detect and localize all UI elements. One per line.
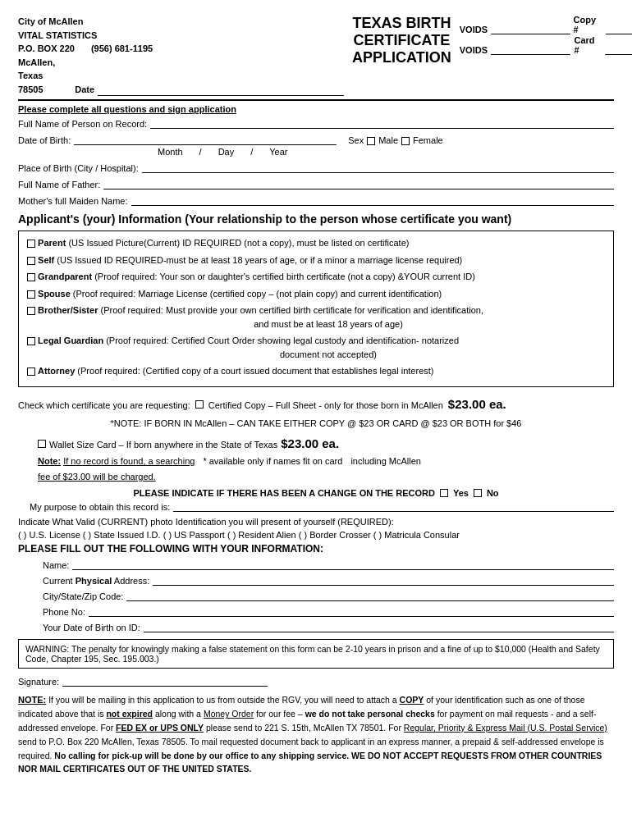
dob-sub-labels: Month / Day / Year <box>158 147 614 157</box>
purpose-field[interactable] <box>173 500 614 512</box>
attorney-checkbox[interactable] <box>27 368 35 376</box>
id-dob-fill-field[interactable] <box>144 621 614 632</box>
change-text: PLEASE INDICATE IF THERE HAS BEEN A CHAN… <box>133 488 435 498</box>
dept-name: VITAL STATISTICS <box>18 29 344 43</box>
month-label: Month <box>158 147 183 157</box>
yes-label: Yes <box>453 488 469 498</box>
org-info: City of McAllen VITAL STATISTICS P.O. BO… <box>18 15 344 96</box>
warning-text: WARNING: The penalty for knowingly makin… <box>25 644 600 664</box>
attorney-detail: (Proof required: (Certified copy of a co… <box>77 366 433 376</box>
sex-label: Sex <box>348 135 364 145</box>
signature-row: Signature: <box>18 675 614 687</box>
copy-field[interactable] <box>606 23 632 34</box>
city-fill-label: City/State/Zip Code: <box>43 591 123 601</box>
city-fill-field[interactable] <box>126 590 614 601</box>
spouse-checkbox[interactable] <box>27 290 35 299</box>
footer-note: NOTE: If you will be mailing in this app… <box>18 693 614 777</box>
mother-row: Mother's full Maiden Name: <box>18 194 614 206</box>
female-checkbox[interactable] <box>401 137 410 145</box>
place-field[interactable] <box>142 162 614 173</box>
full-name-field[interactable] <box>150 117 614 129</box>
cert-row1: Check which certificate you are requesti… <box>18 394 614 415</box>
spouse-label: Spouse <box>38 289 71 299</box>
parent-label: Parent <box>38 238 66 248</box>
footer-text4: for our fee – <box>256 709 305 719</box>
father-label: Full Name of Father: <box>18 180 100 189</box>
warning-box: WARNING: The penalty for knowingly makin… <box>18 639 614 669</box>
grandparent-detail: (Proof required: Your son or daughter's … <box>94 272 475 281</box>
sibling-detail: (Proof required: Must provide your own c… <box>100 305 483 315</box>
grandparent-label: Grandparent <box>38 272 92 281</box>
available-note: * available only if names fit on card <box>203 454 342 469</box>
self-label: Self <box>38 255 54 265</box>
card-field[interactable] <box>605 43 632 55</box>
date-field[interactable] <box>98 84 344 96</box>
wallet-checkbox[interactable] <box>38 440 46 448</box>
applicant-option-self: Self (US Issued ID REQUIRED-must be at l… <box>27 253 605 267</box>
guardian-detail: (Proof required: Certified Court Order s… <box>106 336 459 345</box>
address-fill-field[interactable] <box>153 574 614 586</box>
price1: $23.00 ea. <box>448 394 506 415</box>
no-checkbox[interactable] <box>474 489 482 497</box>
not-expired: not expired <box>106 709 153 719</box>
note-label: Note: <box>38 456 61 466</box>
phone-fill-field[interactable] <box>89 605 614 617</box>
address-fill-row: Current Physical Address: <box>43 574 614 586</box>
father-row: Full Name of Father: <box>18 178 614 189</box>
applicant-option-parent: Parent (US Issued Picture(Current) ID RE… <box>27 236 605 250</box>
signature-field[interactable] <box>62 675 268 687</box>
dob-label: Date of Birth: <box>18 135 71 145</box>
card-label: Card # <box>574 35 601 55</box>
org-name: City of McAllen <box>18 15 344 29</box>
id-dob-fill-label: Your Date of Birth on ID: <box>43 623 140 632</box>
note-available-row: Note: If no record is found, a searching… <box>38 454 614 469</box>
fed-ex: FED EX or UPS ONLY <box>116 723 204 733</box>
purpose-row: My purpose to obtain this record is: <box>30 500 614 512</box>
fee-text: fee of $23.00 will be charged. <box>38 469 614 485</box>
city-state: McAllen, Texas 78505 <box>18 56 55 97</box>
po-box: P.O. BOX 220 <box>18 42 75 56</box>
slash1: / <box>199 147 202 157</box>
grandparent-checkbox[interactable] <box>27 273 35 281</box>
footer-text6: please send to 221 S. 15th, McAllen TX 7… <box>206 723 404 733</box>
applicant-option-grandparent: Grandparent (Proof required: Your son or… <box>27 270 605 284</box>
voids-field-2[interactable] <box>491 43 570 55</box>
wallet-row: Wallet Size Card – If born anywhere in t… <box>38 433 614 454</box>
note-text: If no record is found, a searching <box>63 456 195 466</box>
male-checkbox[interactable] <box>367 137 375 145</box>
father-field[interactable] <box>103 178 614 189</box>
full-name-row: Full Name of Person on Record: <box>18 117 614 129</box>
sibling-checkbox[interactable] <box>27 307 35 315</box>
yes-checkbox[interactable] <box>440 489 448 497</box>
certified-label: Certified Copy – Full Sheet - only for t… <box>208 398 443 413</box>
self-checkbox[interactable] <box>27 257 35 265</box>
applicant-options-box: Parent (US Issued Picture(Current) ID RE… <box>18 231 614 387</box>
guardian-label: Legal Guardian <box>38 336 103 345</box>
phone: (956) 681-1195 <box>91 42 153 56</box>
female-label: Female <box>413 135 443 145</box>
voids-field-1[interactable] <box>491 23 570 34</box>
parent-checkbox[interactable] <box>27 240 35 248</box>
sibling-label: Brother/Sister <box>38 305 98 315</box>
certified-copy-checkbox[interactable] <box>195 400 204 409</box>
dob-sex-row: Date of Birth: Sex Male Female <box>18 134 614 145</box>
date-label: Date <box>75 83 94 97</box>
footer-text1: If you will be mailing in this applicati… <box>48 695 399 705</box>
voids-card-row: VOIDS Card # <box>460 35 632 55</box>
voids-copy-row: VOIDS Copy # <box>460 15 632 34</box>
note-underline-label: NOTE: <box>18 695 46 705</box>
place-label: Place of Birth (City / Hospital): <box>18 163 139 173</box>
dob-field[interactable] <box>74 134 337 145</box>
spouse-detail: (Proof required: Marriage License (certi… <box>73 289 442 299</box>
name-fill-field[interactable] <box>72 559 614 570</box>
purpose-label: My purpose to obtain this record is: <box>30 502 170 512</box>
including: including McAllen <box>350 454 421 469</box>
cert-note-star: *NOTE: IF BORN IN McAllen – CAN TAKE EIT… <box>18 416 614 431</box>
no-checks: we do not take personal checks <box>305 709 435 719</box>
mother-field[interactable] <box>131 194 614 206</box>
sibling-detail-2: and must be at least 18 years of age) <box>52 317 605 331</box>
name-fill-label: Name: <box>43 560 69 570</box>
applicant-title: Applicant's (your) Information (Your rel… <box>18 212 614 226</box>
guardian-checkbox[interactable] <box>27 337 35 345</box>
guardian-detail-2: document not accepted) <box>52 348 605 362</box>
